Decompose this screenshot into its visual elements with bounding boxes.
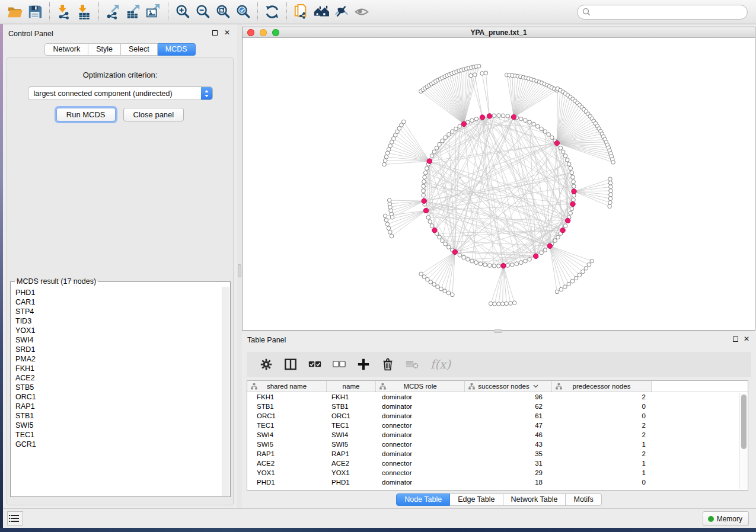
houses-icon bbox=[314, 4, 329, 20]
mcds-result-item[interactable]: TEC1 bbox=[11, 430, 221, 440]
column-header-successor-nodes[interactable]: successor nodes bbox=[465, 381, 552, 392]
zoom-out-button[interactable] bbox=[193, 2, 213, 21]
toolbar-buttons bbox=[5, 2, 372, 21]
mcds-result-item[interactable]: SRD1 bbox=[11, 345, 221, 354]
table-row[interactable]: FKH1FKH1dominator962 bbox=[247, 392, 748, 402]
import-table-button[interactable] bbox=[74, 2, 94, 21]
close-table-panel-button[interactable]: ✕ bbox=[744, 335, 749, 343]
zoom-selected-button[interactable] bbox=[233, 2, 253, 21]
mcds-result-scrollbar[interactable] bbox=[222, 287, 229, 496]
select-all-rows-button[interactable] bbox=[306, 355, 324, 373]
open-file-button[interactable] bbox=[5, 2, 25, 21]
export-table-button[interactable] bbox=[123, 2, 143, 21]
table-scrollbar[interactable] bbox=[739, 393, 747, 489]
export-image-button[interactable] bbox=[143, 2, 164, 21]
close-control-panel-button[interactable]: ✕ bbox=[224, 28, 230, 37]
table-mode-button[interactable] bbox=[257, 355, 275, 373]
table-row[interactable]: ACE2ACE2connector311 bbox=[247, 459, 748, 468]
pane-divider-vertical[interactable] bbox=[237, 24, 242, 508]
export-image-icon bbox=[146, 4, 161, 20]
mcds-result-item[interactable]: STB1 bbox=[11, 411, 221, 421]
table-cell: connector bbox=[376, 441, 465, 448]
network-overview-button[interactable] bbox=[311, 2, 331, 21]
table-row[interactable]: SWI4SWI4dominator462 bbox=[247, 430, 748, 440]
run-mcds-button[interactable]: Run MCDS bbox=[56, 108, 116, 121]
mcds-result-item[interactable]: ORC1 bbox=[11, 392, 221, 402]
search-input[interactable] bbox=[594, 6, 742, 18]
plus-icon bbox=[357, 358, 370, 371]
table-cell: TEC1 bbox=[247, 422, 327, 429]
table-row[interactable]: RAP1RAP1dominator352 bbox=[247, 449, 748, 459]
node-table: shared namenameMCDS rolesuccessor nodesp… bbox=[247, 380, 748, 491]
zoom-in-button[interactable] bbox=[173, 2, 193, 21]
refresh-view-button[interactable] bbox=[262, 2, 282, 21]
mcds-result-item[interactable]: GCR1 bbox=[11, 440, 221, 449]
tab-style[interactable]: Style bbox=[88, 43, 121, 56]
table-cell: 29 bbox=[465, 469, 552, 476]
float-control-panel-button[interactable] bbox=[212, 30, 218, 36]
divider-grip-icon[interactable] bbox=[238, 264, 241, 277]
tab-select[interactable]: Select bbox=[121, 43, 158, 56]
table-cell: RAP1 bbox=[247, 450, 327, 457]
network-canvas[interactable] bbox=[243, 38, 755, 330]
import-network-icon bbox=[56, 4, 72, 20]
column-header-MCDS-role[interactable]: MCDS role bbox=[376, 381, 465, 392]
memory-status-dot bbox=[708, 516, 714, 522]
network-graph[interactable] bbox=[243, 38, 755, 330]
column-header-predecessor-nodes[interactable]: predecessor nodes bbox=[552, 381, 652, 392]
search-box[interactable] bbox=[577, 5, 748, 20]
mcds-result-item[interactable]: STP4 bbox=[11, 307, 221, 316]
tab-network[interactable]: Network bbox=[44, 43, 88, 56]
tab-network-table[interactable]: Network Table bbox=[503, 493, 566, 506]
delete-columns-button[interactable] bbox=[379, 355, 397, 373]
float-table-panel-button[interactable] bbox=[733, 336, 738, 342]
network-window-titlebar[interactable]: YPA_prune.txt_1 bbox=[243, 27, 755, 38]
mcds-result-item[interactable]: CAR1 bbox=[11, 297, 221, 307]
mcds-result-item[interactable]: SWI5 bbox=[11, 421, 221, 430]
close-mcds-panel-button[interactable]: Close panel bbox=[123, 108, 184, 121]
mcds-result-item[interactable]: TID3 bbox=[11, 316, 221, 326]
pane-divider-horizontal[interactable] bbox=[494, 329, 502, 333]
task-history-button[interactable] bbox=[7, 511, 23, 525]
zoom-fit-button[interactable] bbox=[213, 2, 233, 21]
mcds-result-item[interactable]: PMA2 bbox=[11, 354, 221, 364]
tab-mcds[interactable]: MCDS bbox=[158, 43, 196, 56]
mcds-result-item[interactable]: YOX1 bbox=[11, 326, 221, 335]
table-toolbar: f(x) bbox=[247, 352, 751, 377]
criterion-dropdown[interactable]: largest connected component (undirected) bbox=[28, 86, 213, 100]
table-row[interactable]: PHD1PHD1dominator180 bbox=[247, 477, 748, 487]
table-row[interactable]: ORC1ORC1dominator610 bbox=[247, 411, 748, 421]
unselect-all-rows-button[interactable] bbox=[330, 355, 348, 373]
tab-motifs[interactable]: Motifs bbox=[566, 493, 601, 506]
mcds-result-list[interactable]: PHD1CAR1STP4TID3YOX1SWI4SRD1PMA2FKH1ACE2… bbox=[11, 288, 221, 496]
mcds-result-item[interactable]: SWI4 bbox=[11, 335, 221, 345]
show-columns-button[interactable] bbox=[282, 355, 299, 373]
table-scrollbar-thumb[interactable] bbox=[741, 395, 747, 449]
toolbar-separator bbox=[98, 2, 99, 21]
checks-off-icon bbox=[333, 358, 346, 371]
save-session-button[interactable] bbox=[25, 2, 45, 21]
mcds-result-item[interactable]: ACE2 bbox=[11, 373, 221, 383]
memory-button[interactable]: Memory bbox=[703, 511, 749, 526]
clone-network-button[interactable] bbox=[291, 2, 311, 21]
table-row[interactable]: STB1STB1dominator620 bbox=[247, 402, 748, 411]
export-network-button[interactable] bbox=[103, 2, 123, 21]
hide-graphics-button[interactable] bbox=[331, 2, 352, 21]
mcds-result-item[interactable]: RAP1 bbox=[11, 402, 221, 411]
mcds-result-item[interactable]: STB5 bbox=[11, 383, 221, 392]
import-network-button[interactable] bbox=[54, 2, 74, 21]
table-cell: SWI5 bbox=[247, 441, 327, 448]
mcds-result-item[interactable]: PHD1 bbox=[11, 288, 221, 297]
list-icon bbox=[11, 515, 19, 517]
tab-edge-table[interactable]: Edge Table bbox=[450, 493, 503, 506]
table-row[interactable]: YOX1YOX1connector291 bbox=[247, 468, 748, 477]
show-graphics-button[interactable] bbox=[352, 2, 372, 21]
column-header-shared-name[interactable]: shared name bbox=[247, 381, 327, 392]
tab-node-table[interactable]: Node Table bbox=[396, 493, 450, 506]
column-header-name[interactable]: name bbox=[327, 381, 376, 392]
table-row[interactable]: TEC1TEC1connector472 bbox=[247, 421, 748, 430]
create-column-button[interactable] bbox=[355, 355, 372, 373]
table-row[interactable]: SWI5SWI5connector431 bbox=[247, 440, 748, 449]
table-cell: 43 bbox=[465, 441, 552, 448]
mcds-result-item[interactable]: FKH1 bbox=[11, 364, 221, 373]
